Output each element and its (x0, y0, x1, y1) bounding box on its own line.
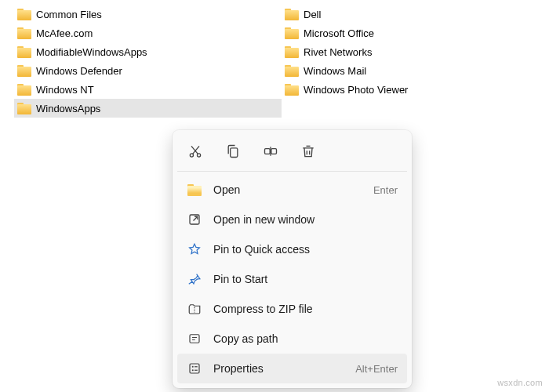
open-new-window-icon (187, 212, 202, 227)
menu-label: Open in new window (213, 213, 398, 226)
menu-shortcut: Alt+Enter (355, 363, 398, 375)
star-icon (187, 241, 202, 257)
folder-item-modifiablewindowsapps[interactable]: ModifiableWindowsApps (14, 42, 282, 61)
folder-item-common-files[interactable]: Common Files (14, 5, 282, 24)
pin-icon (187, 271, 202, 287)
menu-item-open[interactable]: Open Enter (177, 175, 407, 205)
folder-label: ModifiableWindowsApps (36, 46, 147, 58)
copy-button[interactable] (223, 141, 243, 162)
folder-icon (17, 46, 31, 58)
folder-icon (17, 65, 31, 77)
menu-item-copy-path[interactable]: Copy as path (177, 324, 407, 354)
folder-column-right: Dell Microsoft Office Rivet Networks Win… (282, 5, 549, 118)
svg-rect-6 (190, 335, 199, 343)
menu-label: Copy as path (213, 332, 398, 345)
svg-rect-2 (231, 148, 238, 158)
folder-item-dell[interactable]: Dell (282, 5, 549, 24)
menu-item-pin-start[interactable]: Pin to Start (177, 264, 407, 294)
folder-label: Windows Mail (304, 65, 366, 77)
folder-label: Windows Defender (36, 65, 122, 77)
zip-icon (187, 301, 202, 317)
watermark: wsxdn.com (497, 378, 543, 387)
folder-item-windows-defender[interactable]: Windows Defender (14, 61, 282, 80)
menu-divider (177, 171, 407, 172)
trash-icon (300, 143, 316, 159)
folder-item-microsoft-office[interactable]: Microsoft Office (282, 24, 549, 42)
cut-button[interactable] (185, 141, 205, 162)
folder-label: McAfee.com (36, 27, 93, 39)
folder-label: Windows Photo Viewer (304, 84, 408, 96)
copy-icon (225, 143, 241, 159)
rename-button[interactable] (260, 141, 281, 162)
folder-icon (285, 9, 299, 20)
menu-label: Properties (213, 362, 355, 375)
folder-icon (17, 103, 31, 114)
svg-rect-4 (271, 149, 277, 154)
menu-shortcut: Enter (373, 184, 398, 196)
folder-item-windows-photo-viewer[interactable]: Windows Photo Viewer (282, 80, 549, 99)
folder-icon (285, 65, 299, 77)
properties-icon (187, 361, 202, 376)
svg-point-9 (192, 369, 194, 371)
delete-button[interactable] (298, 141, 318, 162)
menu-item-open-new-window[interactable]: Open in new window (177, 205, 407, 234)
folder-icon (17, 84, 31, 96)
scissors-icon (187, 143, 203, 159)
folder-item-windows-nt[interactable]: Windows NT (14, 80, 282, 99)
menu-label: Compress to ZIP file (213, 303, 398, 315)
open-icon (187, 182, 202, 198)
folder-listing: Common Files McAfee.com ModifiableWindow… (0, 0, 549, 118)
folder-item-windowsapps[interactable]: WindowsApps (14, 99, 282, 118)
folder-label: Common Files (36, 9, 102, 20)
folder-icon (285, 27, 299, 39)
menu-label: Open (213, 183, 373, 196)
folder-icon (285, 84, 299, 96)
folder-item-rivet-networks[interactable]: Rivet Networks (282, 42, 549, 61)
rename-icon (263, 143, 278, 159)
folder-label: Windows NT (36, 84, 94, 96)
folder-column-left: Common Files McAfee.com ModifiableWindow… (14, 5, 282, 118)
folder-icon (17, 9, 31, 20)
folder-icon (17, 27, 31, 39)
copy-path-icon (187, 331, 202, 347)
folder-label: WindowsApps (36, 103, 100, 114)
folder-label: Microsoft Office (304, 27, 374, 39)
folder-label: Dell (304, 9, 321, 20)
svg-point-0 (190, 154, 193, 157)
svg-rect-3 (265, 149, 271, 154)
menu-item-compress-zip[interactable]: Compress to ZIP file (177, 294, 407, 324)
folder-icon (285, 46, 299, 58)
menu-label: Pin to Quick access (213, 243, 398, 256)
menu-item-properties[interactable]: Properties Alt+Enter (177, 354, 407, 383)
context-menu: Open Enter Open in new window Pin to Qui… (173, 130, 412, 388)
folder-label: Rivet Networks (304, 46, 372, 58)
folder-item-windows-mail[interactable]: Windows Mail (282, 61, 549, 80)
context-menu-icon-row (177, 135, 407, 169)
menu-label: Pin to Start (213, 273, 398, 285)
menu-item-pin-quick-access[interactable]: Pin to Quick access (177, 234, 407, 264)
svg-point-1 (198, 154, 201, 157)
svg-point-8 (192, 366, 194, 368)
svg-rect-7 (190, 364, 199, 373)
folder-item-mcafee[interactable]: McAfee.com (14, 24, 282, 42)
